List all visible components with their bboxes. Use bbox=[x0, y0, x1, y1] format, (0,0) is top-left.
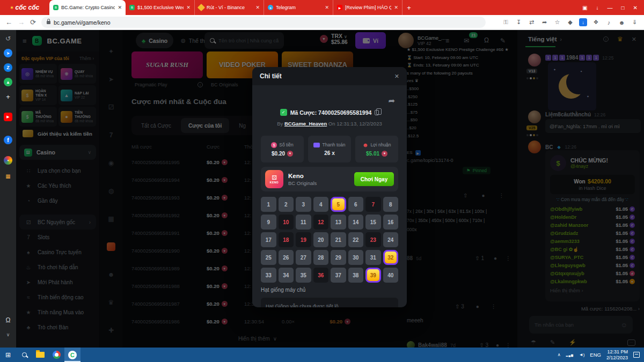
window-control-icon[interactable]: □ bbox=[621, 5, 625, 11]
rail-shortcut-icon[interactable]: ▦ bbox=[4, 172, 12, 180]
keno-tile[interactable]: 20 bbox=[313, 232, 329, 247]
keno-tile[interactable]: 19 bbox=[296, 232, 311, 247]
keno-tile[interactable]: 5 bbox=[331, 197, 346, 212]
keno-tile[interactable]: 18 bbox=[279, 232, 294, 247]
keno-tile[interactable]: 36 bbox=[313, 268, 329, 283]
browser-tab[interactable]: B BC.Game: Crypto Casino Gam ✕ bbox=[49, 0, 126, 15]
keno-tile[interactable]: 30 bbox=[348, 250, 364, 265]
start-button[interactable]: ⊞ bbox=[0, 348, 16, 362]
tab-close-icon[interactable]: ✕ bbox=[186, 5, 191, 10]
network-icon[interactable]: ▂▄▆ bbox=[566, 353, 574, 357]
keno-tile[interactable]: 10 bbox=[279, 215, 294, 230]
keno-tile[interactable]: 3 bbox=[296, 197, 311, 212]
speaker-icon[interactable]: ◄) bbox=[579, 352, 585, 357]
keno-tile[interactable]: 12 bbox=[313, 215, 329, 230]
tab-close-icon[interactable]: ✕ bbox=[255, 5, 260, 10]
rail-shortcut-icon[interactable]: ➤ bbox=[4, 49, 12, 57]
seed-field[interactable] bbox=[261, 298, 398, 307]
taskbar-clock[interactable]: 12:31 PM 2/12/2023 bbox=[606, 349, 628, 361]
keno-tile[interactable]: 21 bbox=[331, 232, 346, 247]
taskbar-search-icon[interactable] bbox=[16, 348, 32, 362]
new-tab-button[interactable]: + bbox=[402, 0, 415, 15]
rail-shortcut-icon[interactable]: ● bbox=[4, 156, 12, 165]
rail-shortcut-icon[interactable]: + bbox=[4, 92, 12, 101]
reload-icon[interactable]: ⟳ bbox=[30, 18, 36, 26]
tab-close-icon[interactable]: ✕ bbox=[325, 5, 329, 10]
toolbar-icon[interactable]: ↧ bbox=[515, 18, 523, 26]
back-icon[interactable]: ← bbox=[5, 18, 12, 26]
window-control-icon[interactable]: ↓ bbox=[596, 5, 599, 11]
keno-tile[interactable]: 38 bbox=[348, 268, 364, 283]
keno-tile[interactable]: 7 bbox=[365, 197, 381, 212]
tray-expand-icon[interactable]: ∧ bbox=[558, 352, 561, 357]
toolbar-icon[interactable]: ♪ bbox=[605, 18, 613, 26]
keno-tile[interactable]: 32 bbox=[383, 250, 399, 265]
rail-shortcut-icon[interactable]: ↺ bbox=[4, 34, 12, 43]
keno-tile[interactable]: 39 bbox=[365, 268, 381, 283]
toolbar-icon[interactable]: ☻ bbox=[618, 18, 626, 26]
rail-shortcut-icon[interactable]: ∨ bbox=[4, 330, 12, 339]
action-center-icon[interactable] bbox=[633, 352, 640, 358]
keno-tile[interactable]: 9 bbox=[261, 215, 276, 230]
keno-tile[interactable]: 13 bbox=[331, 215, 346, 230]
keno-tile[interactable]: 4 bbox=[313, 197, 329, 212]
toolbar-icon[interactable]: ⇓ bbox=[631, 18, 639, 26]
window-control-icon[interactable]: ✕ bbox=[633, 5, 638, 11]
keno-tile[interactable]: 8 bbox=[383, 197, 399, 212]
language-indicator[interactable]: ENG bbox=[590, 352, 601, 358]
tab-close-icon[interactable]: ✕ bbox=[118, 5, 122, 10]
toolbar-icon[interactable]: ➦ bbox=[540, 18, 548, 26]
chrome-icon[interactable] bbox=[48, 348, 64, 362]
rail-shortcut-icon[interactable]: ▶ bbox=[4, 113, 12, 121]
keno-tile[interactable]: 15 bbox=[365, 215, 381, 230]
seed-input[interactable] bbox=[266, 303, 393, 308]
keno-tile[interactable]: 22 bbox=[348, 232, 364, 247]
window-control-icon[interactable]: ▣ bbox=[582, 5, 587, 11]
toolbar-icon[interactable]: ⚿ bbox=[502, 18, 510, 26]
keno-tile[interactable]: 29 bbox=[331, 250, 346, 265]
keno-tile[interactable]: 2 bbox=[279, 197, 294, 212]
keno-tile[interactable]: 11 bbox=[296, 215, 311, 230]
keno-tile[interactable]: 33 bbox=[261, 268, 276, 283]
toolbar-icon[interactable]: ⇄ bbox=[528, 18, 536, 26]
keno-tile[interactable]: 35 bbox=[296, 268, 311, 283]
rail-shortcut-icon[interactable]: f bbox=[4, 136, 12, 144]
rail-shortcut-icon[interactable]: Ω bbox=[4, 316, 12, 324]
keno-tile[interactable]: 31 bbox=[365, 250, 381, 265]
browser-tab[interactable]: ▶ [Review Phim] HẢO QUẢ ◄) ✕ bbox=[333, 0, 402, 15]
url-field[interactable]: bc.game/vi/game/keno bbox=[41, 17, 486, 28]
toolbar-icon[interactable]: ◆ bbox=[566, 18, 574, 26]
keno-tile[interactable]: 16 bbox=[383, 215, 399, 230]
keno-tile[interactable]: 28 bbox=[313, 250, 329, 265]
play-now-button[interactable]: Chơi Ngay bbox=[354, 172, 394, 186]
browser-tab[interactable]: B $1,500 Exclusive Weekend Ke ✕ bbox=[126, 0, 195, 15]
keno-tile[interactable]: 17 bbox=[261, 232, 276, 247]
keno-tile[interactable]: 14 bbox=[348, 215, 364, 230]
window-control-icon[interactable]: — bbox=[608, 5, 613, 11]
file-explorer-icon[interactable] bbox=[32, 348, 48, 362]
keno-tile[interactable]: 27 bbox=[296, 250, 311, 265]
rail-shortcut-icon[interactable]: ▲ bbox=[4, 78, 12, 86]
keno-tile[interactable]: 37 bbox=[331, 268, 346, 283]
keno-tile[interactable]: 1 bbox=[261, 197, 276, 212]
browser-tab[interactable]: Rút - Ví - Binance ✕ bbox=[195, 0, 264, 15]
keno-tile[interactable]: 40 bbox=[383, 268, 399, 283]
url-text[interactable]: bc.game/vi/game/keno bbox=[54, 19, 111, 26]
keno-tile[interactable]: 23 bbox=[365, 232, 381, 247]
rail-shortcut-icon[interactable]: Z bbox=[4, 63, 12, 72]
player-link[interactable]: BCGame_Heaven bbox=[284, 121, 327, 127]
forward-icon[interactable]: → bbox=[18, 18, 25, 26]
toolbar-icon[interactable]: ❖ bbox=[592, 18, 600, 26]
tab-close-icon[interactable]: ✕ bbox=[394, 5, 398, 10]
keno-tile[interactable]: 24 bbox=[383, 232, 399, 247]
keno-tile[interactable]: 26 bbox=[279, 250, 294, 265]
copy-icon[interactable] bbox=[375, 110, 379, 115]
coccoc-taskbar-icon[interactable]: C bbox=[64, 348, 80, 362]
toolbar-icon[interactable]: ☆ bbox=[553, 18, 561, 26]
toolbar-icon[interactable]: ↓ bbox=[579, 18, 587, 26]
keno-tile[interactable]: 6 bbox=[348, 197, 364, 212]
keno-game-icon[interactable]: ⚄KENO bbox=[265, 170, 283, 188]
browser-tab[interactable]: ➤ Telegram ✕ bbox=[264, 0, 333, 15]
share-icon[interactable]: ➦ bbox=[388, 96, 395, 106]
keno-tile[interactable]: 34 bbox=[279, 268, 294, 283]
